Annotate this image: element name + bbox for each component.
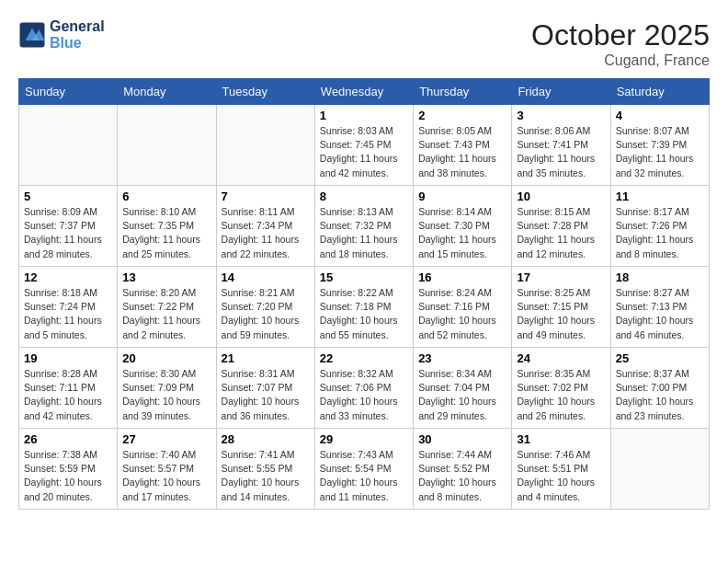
- calendar-cell: 21Sunrise: 8:31 AMSunset: 7:07 PMDayligh…: [216, 348, 314, 429]
- calendar-week-row: 19Sunrise: 8:28 AMSunset: 7:11 PMDayligh…: [19, 348, 710, 429]
- day-number: 31: [517, 432, 605, 446]
- day-number: 13: [122, 270, 210, 284]
- calendar-cell: 3Sunrise: 8:06 AMSunset: 7:41 PMDaylight…: [512, 105, 610, 186]
- calendar-table: SundayMondayTuesdayWednesdayThursdayFrid…: [18, 78, 710, 510]
- day-number: 17: [517, 270, 605, 284]
- calendar-cell: 17Sunrise: 8:25 AMSunset: 7:15 PMDayligh…: [512, 267, 610, 348]
- weekday-header: Thursday: [414, 79, 512, 105]
- calendar-cell: 28Sunrise: 7:41 AMSunset: 5:55 PMDayligh…: [216, 429, 314, 510]
- page-header: General Blue October 2025 Cugand, France: [18, 18, 710, 69]
- calendar-cell: [610, 429, 709, 510]
- calendar-cell: 13Sunrise: 8:20 AMSunset: 7:22 PMDayligh…: [118, 267, 216, 348]
- calendar-cell: 23Sunrise: 8:34 AMSunset: 7:04 PMDayligh…: [414, 348, 512, 429]
- day-number: 4: [616, 109, 704, 122]
- day-info: Sunrise: 7:43 AMSunset: 5:54 PMDaylight:…: [320, 448, 408, 504]
- calendar-cell: [216, 105, 314, 186]
- day-info: Sunrise: 8:05 AMSunset: 7:43 PMDaylight:…: [418, 124, 506, 180]
- calendar-week-row: 1Sunrise: 8:03 AMSunset: 7:45 PMDaylight…: [19, 105, 710, 186]
- weekday-header: Wednesday: [314, 79, 413, 105]
- day-number: 21: [222, 351, 310, 365]
- day-info: Sunrise: 8:35 AMSunset: 7:02 PMDaylight:…: [517, 367, 605, 423]
- day-info: Sunrise: 8:21 AMSunset: 7:20 PMDaylight:…: [222, 286, 310, 342]
- calendar-cell: 15Sunrise: 8:22 AMSunset: 7:18 PMDayligh…: [314, 267, 413, 348]
- day-info: Sunrise: 8:07 AMSunset: 7:39 PMDaylight:…: [616, 124, 704, 180]
- day-info: Sunrise: 7:41 AMSunset: 5:55 PMDaylight:…: [222, 448, 310, 504]
- day-info: Sunrise: 8:28 AMSunset: 7:11 PMDaylight:…: [24, 367, 112, 423]
- calendar-cell: 27Sunrise: 7:40 AMSunset: 5:57 PMDayligh…: [118, 429, 216, 510]
- day-info: Sunrise: 8:06 AMSunset: 7:41 PMDaylight:…: [517, 124, 605, 180]
- day-number: 22: [320, 351, 408, 365]
- day-info: Sunrise: 8:30 AMSunset: 7:09 PMDaylight:…: [122, 367, 210, 423]
- day-info: Sunrise: 8:31 AMSunset: 7:07 PMDaylight:…: [222, 367, 310, 423]
- calendar-week-row: 12Sunrise: 8:18 AMSunset: 7:24 PMDayligh…: [19, 267, 710, 348]
- day-number: 29: [320, 432, 408, 446]
- calendar-cell: 1Sunrise: 8:03 AMSunset: 7:45 PMDaylight…: [314, 105, 413, 186]
- calendar-cell: 12Sunrise: 8:18 AMSunset: 7:24 PMDayligh…: [19, 267, 118, 348]
- weekday-header-row: SundayMondayTuesdayWednesdayThursdayFrid…: [19, 79, 710, 105]
- calendar-cell: 2Sunrise: 8:05 AMSunset: 7:43 PMDaylight…: [414, 105, 512, 186]
- day-info: Sunrise: 8:11 AMSunset: 7:34 PMDaylight:…: [222, 205, 310, 261]
- calendar-cell: 30Sunrise: 7:44 AMSunset: 5:52 PMDayligh…: [414, 429, 512, 510]
- calendar-week-row: 5Sunrise: 8:09 AMSunset: 7:37 PMDaylight…: [19, 186, 710, 267]
- day-number: 23: [418, 351, 506, 365]
- weekday-header: Tuesday: [216, 79, 314, 105]
- day-info: Sunrise: 8:27 AMSunset: 7:13 PMDaylight:…: [616, 286, 704, 342]
- day-number: 7: [222, 190, 310, 203]
- day-info: Sunrise: 7:38 AMSunset: 5:59 PMDaylight:…: [24, 448, 112, 504]
- day-number: 30: [418, 432, 506, 446]
- day-number: 19: [24, 351, 112, 365]
- day-number: 26: [24, 432, 112, 446]
- calendar-cell: 20Sunrise: 8:30 AMSunset: 7:09 PMDayligh…: [118, 348, 216, 429]
- day-info: Sunrise: 8:32 AMSunset: 7:06 PMDaylight:…: [320, 367, 408, 423]
- day-number: 3: [517, 109, 605, 122]
- day-info: Sunrise: 8:13 AMSunset: 7:32 PMDaylight:…: [320, 205, 408, 261]
- weekday-header: Saturday: [610, 79, 709, 105]
- calendar-cell: 5Sunrise: 8:09 AMSunset: 7:37 PMDaylight…: [19, 186, 118, 267]
- day-info: Sunrise: 8:03 AMSunset: 7:45 PMDaylight:…: [320, 124, 408, 180]
- day-number: 16: [418, 270, 506, 284]
- day-info: Sunrise: 8:17 AMSunset: 7:26 PMDaylight:…: [616, 205, 704, 261]
- calendar-cell: 22Sunrise: 8:32 AMSunset: 7:06 PMDayligh…: [314, 348, 413, 429]
- day-info: Sunrise: 7:44 AMSunset: 5:52 PMDaylight:…: [418, 448, 506, 504]
- calendar-cell: 29Sunrise: 7:43 AMSunset: 5:54 PMDayligh…: [314, 429, 413, 510]
- location: Cugand, France: [531, 52, 710, 69]
- day-info: Sunrise: 7:40 AMSunset: 5:57 PMDaylight:…: [122, 448, 210, 504]
- day-number: 6: [122, 190, 210, 203]
- day-number: 1: [320, 109, 408, 122]
- day-number: 2: [418, 109, 506, 122]
- day-info: Sunrise: 8:22 AMSunset: 7:18 PMDaylight:…: [320, 286, 408, 342]
- day-number: 20: [122, 351, 210, 365]
- calendar-cell: [19, 105, 118, 186]
- calendar-cell: 11Sunrise: 8:17 AMSunset: 7:26 PMDayligh…: [610, 186, 709, 267]
- calendar-cell: 16Sunrise: 8:24 AMSunset: 7:16 PMDayligh…: [414, 267, 512, 348]
- logo-text: General Blue: [50, 18, 105, 52]
- day-number: 8: [320, 190, 408, 203]
- day-info: Sunrise: 8:15 AMSunset: 7:28 PMDaylight:…: [517, 205, 605, 261]
- day-number: 25: [616, 351, 704, 365]
- day-number: 10: [517, 190, 605, 203]
- calendar-cell: 9Sunrise: 8:14 AMSunset: 7:30 PMDaylight…: [414, 186, 512, 267]
- day-info: Sunrise: 8:10 AMSunset: 7:35 PMDaylight:…: [122, 205, 210, 261]
- month-title: October 2025: [531, 18, 710, 52]
- title-block: October 2025 Cugand, France: [531, 18, 710, 69]
- day-number: 12: [24, 270, 112, 284]
- day-number: 5: [24, 190, 112, 203]
- day-info: Sunrise: 8:37 AMSunset: 7:00 PMDaylight:…: [616, 367, 704, 423]
- day-info: Sunrise: 8:34 AMSunset: 7:04 PMDaylight:…: [418, 367, 506, 423]
- calendar-cell: [118, 105, 216, 186]
- calendar-cell: 4Sunrise: 8:07 AMSunset: 7:39 PMDaylight…: [610, 105, 709, 186]
- logo-icon: [18, 21, 46, 49]
- day-number: 18: [616, 270, 704, 284]
- weekday-header: Sunday: [19, 79, 118, 105]
- weekday-header: Friday: [512, 79, 610, 105]
- calendar-cell: 7Sunrise: 8:11 AMSunset: 7:34 PMDaylight…: [216, 186, 314, 267]
- calendar-cell: 14Sunrise: 8:21 AMSunset: 7:20 PMDayligh…: [216, 267, 314, 348]
- day-number: 11: [616, 190, 704, 203]
- calendar-cell: 24Sunrise: 8:35 AMSunset: 7:02 PMDayligh…: [512, 348, 610, 429]
- calendar-week-row: 26Sunrise: 7:38 AMSunset: 5:59 PMDayligh…: [19, 429, 710, 510]
- day-info: Sunrise: 8:09 AMSunset: 7:37 PMDaylight:…: [24, 205, 112, 261]
- calendar-cell: 18Sunrise: 8:27 AMSunset: 7:13 PMDayligh…: [610, 267, 709, 348]
- calendar-cell: 19Sunrise: 8:28 AMSunset: 7:11 PMDayligh…: [19, 348, 118, 429]
- logo: General Blue: [18, 18, 105, 52]
- calendar-cell: 25Sunrise: 8:37 AMSunset: 7:00 PMDayligh…: [610, 348, 709, 429]
